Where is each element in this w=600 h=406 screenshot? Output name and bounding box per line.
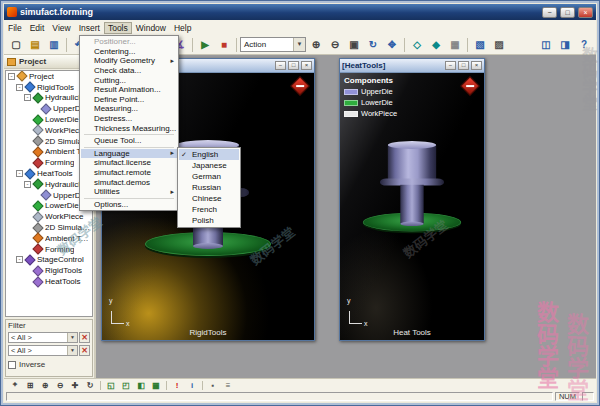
language-option-japanese[interactable]: Japanese — [179, 160, 239, 171]
tree-item-rigidtools[interactable]: RigidTools — [6, 265, 92, 276]
menu-tools[interactable]: Tools — [104, 22, 132, 34]
fit-view-icon[interactable]: ▣ — [345, 36, 363, 54]
cascade-windows-icon[interactable]: ◫ — [537, 36, 555, 54]
child-close-button[interactable]: × — [471, 61, 482, 70]
menu-item-result-animation[interactable]: Result Animation... — [81, 85, 177, 95]
menu-item-thickness-measuring[interactable]: Thickness Measuring... — [81, 123, 177, 133]
clear-filter-button-2[interactable]: ✕ — [79, 345, 90, 356]
help-icon[interactable]: ? — [575, 36, 593, 54]
tree-expander[interactable]: - — [24, 94, 31, 101]
tile-windows-icon[interactable]: ◨ — [556, 36, 574, 54]
stop-icon[interactable]: ■ — [215, 36, 233, 54]
child-title-bar[interactable]: [HeatTools] − □ × — [340, 59, 484, 73]
tree-item-workpiece[interactable]: WorkPiece — [6, 211, 92, 222]
child-close-button[interactable]: × — [301, 61, 312, 70]
menu-item-queue-tool[interactable]: Queue Tool... — [81, 136, 177, 146]
language-option-german[interactable]: German — [179, 171, 239, 182]
menu-item-centering[interactable]: Centering... — [81, 47, 177, 57]
tree-expander[interactable]: - — [16, 256, 23, 263]
view-front-icon[interactable]: ◱ — [104, 379, 118, 392]
open-icon[interactable]: ▤ — [26, 36, 44, 54]
menu-item-destress[interactable]: Destress... — [81, 114, 177, 124]
language-option-chinese[interactable]: Chinese — [179, 193, 239, 204]
menu-item-utilities[interactable]: Utilities▸ — [81, 187, 177, 197]
menu-item-simufact-demos[interactable]: simufact.demos — [81, 177, 177, 187]
chevron-down-icon[interactable]: ▼ — [293, 38, 305, 51]
tree-item-heattools[interactable]: HeatTools — [6, 276, 92, 287]
tree-expander[interactable]: - — [16, 84, 23, 91]
menu-item-label: simufact.demos — [94, 178, 150, 187]
menu-help[interactable]: Help — [170, 22, 195, 34]
tree-item-ambient-temp[interactable]: Ambient Temp — [6, 233, 92, 244]
pan-icon[interactable]: ✚ — [68, 379, 82, 392]
menu-item-positioner[interactable]: Positioner... — [81, 37, 177, 47]
mesh-toggle-icon[interactable]: ▦ — [149, 379, 163, 392]
chevron-down-icon[interactable]: ▼ — [67, 333, 77, 342]
chevron-down-icon[interactable]: ▼ — [67, 346, 77, 355]
child-minimize-button[interactable]: − — [445, 61, 456, 70]
menu-item-modify-geometry[interactable]: Modify Geometry▸ — [81, 56, 177, 66]
view-iso-icon[interactable]: ◧ — [134, 379, 148, 392]
tree-item-2d-simulation[interactable]: 2D Simulation — [6, 222, 92, 233]
lock-icon[interactable]: ▪ — [206, 379, 220, 392]
rotate-view-icon[interactable]: ↻ — [364, 36, 382, 54]
zoom-in-icon[interactable]: ⊕ — [307, 36, 325, 54]
camera-icon[interactable]: ▧ — [471, 36, 489, 54]
select-icon[interactable]: ⌖ — [8, 379, 22, 392]
axis-y-label: y — [347, 297, 351, 304]
action-dropdown[interactable]: Action ▼ — [240, 37, 306, 52]
print-icon[interactable]: ▨ — [490, 36, 508, 54]
menu-view[interactable]: View — [48, 22, 74, 34]
language-option-polish[interactable]: Polish — [179, 215, 239, 226]
language-option-russian[interactable]: Russian — [179, 182, 239, 193]
filter-combo-2[interactable]: < All > ▼ — [8, 345, 78, 356]
menu-edit[interactable]: Edit — [26, 22, 49, 34]
tree-expander[interactable]: - — [24, 181, 31, 188]
menu-file[interactable]: File — [4, 22, 26, 34]
title-bar[interactable]: simufact.forming − □ × — [4, 4, 596, 20]
info-icon[interactable]: i — [185, 379, 199, 392]
language-option-french[interactable]: French — [179, 204, 239, 215]
tree-item-forming[interactable]: Forming — [6, 244, 92, 255]
child-minimize-button[interactable]: − — [275, 61, 286, 70]
minimize-button[interactable]: − — [542, 7, 557, 18]
new-icon[interactable]: ▢ — [7, 36, 25, 54]
shaded-icon[interactable]: ◆ — [427, 36, 445, 54]
language-option-english[interactable]: ✓English — [179, 149, 239, 160]
wireframe-icon[interactable]: ◇ — [408, 36, 426, 54]
menu-item-simufact-license[interactable]: simufact.license — [81, 158, 177, 168]
close-button[interactable]: × — [578, 7, 593, 18]
zoom-in-icon[interactable]: ⊕ — [38, 379, 52, 392]
child-restore-button[interactable]: □ — [288, 61, 299, 70]
grid-icon[interactable]: ▦ — [446, 36, 464, 54]
maximize-button[interactable]: □ — [560, 7, 575, 18]
filter-combo-1[interactable]: < All > ▼ — [8, 332, 78, 343]
viewport-3d-heattools[interactable]: Components UpperDieLowerDieWorkPiece y x — [340, 73, 484, 340]
menu-item-language[interactable]: Language▸ — [81, 149, 177, 159]
menu-item-define-point[interactable]: Define Point... — [81, 95, 177, 105]
menu-item-options[interactable]: Options... — [81, 200, 177, 210]
menu-item-check-data[interactable]: Check data... — [81, 66, 177, 76]
menu-window[interactable]: Window — [132, 22, 170, 34]
rotate-icon[interactable]: ↻ — [83, 379, 97, 392]
clear-filter-button[interactable]: ✕ — [79, 332, 90, 343]
warning-icon[interactable]: ! — [170, 379, 184, 392]
save-icon[interactable]: ▥ — [45, 36, 63, 54]
inverse-checkbox[interactable] — [8, 361, 16, 369]
tree-item-stagecontrol[interactable]: -StageControl — [6, 255, 92, 266]
pan-icon[interactable]: ✥ — [383, 36, 401, 54]
tree-expander[interactable]: - — [16, 170, 23, 177]
child-restore-button[interactable]: □ — [458, 61, 469, 70]
tree-expander[interactable]: - — [8, 73, 15, 80]
menu-item-cutting[interactable]: Cutting... — [81, 75, 177, 85]
history-icon[interactable]: ≡ — [221, 379, 235, 392]
submenu-arrow-icon: ▸ — [170, 188, 174, 196]
zoom-out-icon[interactable]: ⊖ — [326, 36, 344, 54]
menu-insert[interactable]: Insert — [75, 22, 104, 34]
zoom-out-icon[interactable]: ⊖ — [53, 379, 67, 392]
menu-item-measuring[interactable]: Measuring... — [81, 104, 177, 114]
view-top-icon[interactable]: ◰ — [119, 379, 133, 392]
run-icon[interactable]: ▶ — [196, 36, 214, 54]
menu-item-simufact-remote[interactable]: simufact.remote — [81, 168, 177, 178]
zoom-box-icon[interactable]: ⊞ — [23, 379, 37, 392]
